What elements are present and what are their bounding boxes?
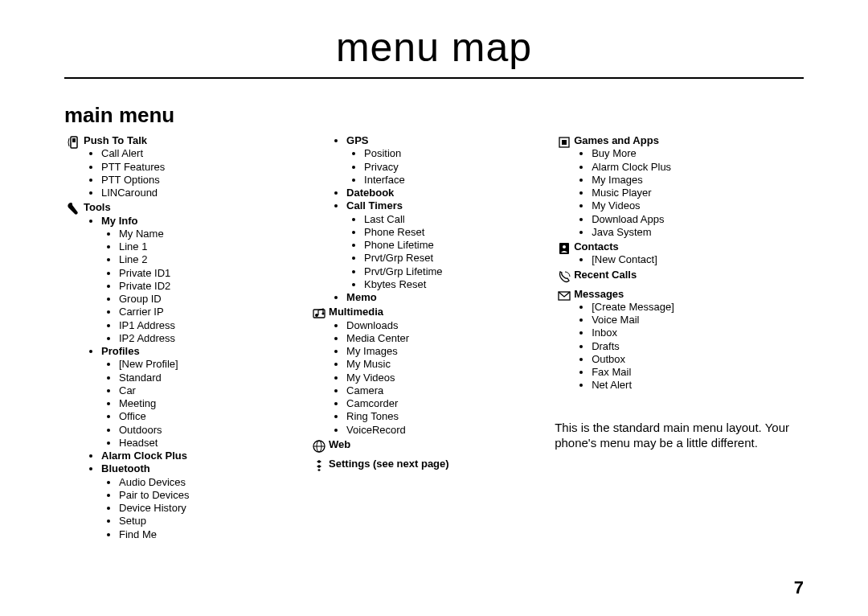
list-item: Bluetooth Audio Devices Pair to Devices … [101,462,301,541]
note-line-2: phone's menu may be a little different. [555,436,758,450]
tools-icon [64,201,84,219]
category-messages: Messages [Create Message] Voice Mail Inb… [555,288,804,392]
gps-label: GPS [346,134,368,146]
settings-label: Settings (see next page) [329,458,547,470]
section-heading: main menu [64,103,804,128]
list-item: GPS Position Privacy Interface [346,134,547,187]
category-tools-continued: GPS Position Privacy Interface Datebook … [309,134,547,304]
category-tools: Tools My Info My Name Line 1 Line 2 Priv… [64,201,301,541]
list-item: Find Me [119,528,301,541]
multimedia-icon [309,306,329,323]
list-item: Device History [119,502,301,515]
list-item: Memo [346,291,547,304]
push-to-talk-label: Push To Talk [84,134,301,147]
title-rule [64,77,804,79]
list-item: Datebook [346,187,547,199]
messages-label: Messages [574,288,804,301]
list-item: Net Alert [592,379,804,392]
web-label: Web [329,438,547,451]
contacts-label: Contacts [574,240,804,253]
category-contacts: Contacts [New Contact] [555,240,804,267]
games-apps-label: Games and Apps [574,134,804,147]
list-item: My Videos [346,372,547,384]
spacer-icon [309,134,329,135]
list-item: Last Call [364,213,547,226]
list-item: Carrier IP [119,306,301,318]
list-item: LINCaround [101,187,301,199]
datebook-label: Datebook [346,187,394,199]
svg-point-4 [321,313,324,315]
list-item: Pair to Devices [119,489,301,502]
list-item: Line 1 [119,240,301,253]
list-item: Phone Lifetime [364,239,547,252]
list-item: Fax Mail [592,366,804,379]
list-item: Private ID1 [119,267,301,280]
list-item: Alarm Clock Plus [592,161,804,174]
alarm-clock-plus-label: Alarm Clock Plus [101,450,187,462]
list-item: [Create Message] [592,301,804,314]
recent-calls-icon [555,269,574,286]
list-item: Prvt/Grp Lifetime [364,265,547,278]
list-item: Kbytes Reset [364,278,547,291]
list-item: [New Contact] [592,253,804,266]
list-item: My Videos [592,199,804,212]
category-multimedia: Multimedia Downloads Media Center My Ima… [309,306,547,437]
list-item: Car [119,384,301,397]
list-item: My Images [592,174,804,187]
page-title: menu map [64,24,804,71]
category-web: Web [309,438,547,456]
category-push-to-talk: Push To Talk Call Alert PTT Features PTT… [64,134,301,199]
list-item: Outdoors [119,424,301,437]
page-number: 7 [794,577,804,598]
bluetooth-label: Bluetooth [101,462,150,474]
list-item: Download Apps [592,213,804,226]
list-item: PTT Options [101,174,301,187]
list-item: Prvt/Grp Reset [364,252,547,265]
recent-calls-label: Recent Calls [574,269,804,281]
list-item: My Images [346,345,547,358]
list-item: PTT Features [101,161,301,174]
list-item: Camcorder [346,397,547,410]
list-item: Private ID2 [119,280,301,293]
profiles-label: Profiles [101,345,140,357]
list-item: Alarm Clock Plus [101,450,301,462]
list-item: Inbox [592,326,804,339]
list-item: Call Timers Last Call Phone Reset Phone … [346,199,547,291]
list-item: Media Center [346,332,547,345]
settings-icon [309,458,329,475]
list-item: Audio Devices [119,476,301,489]
category-settings: Settings (see next page) [309,458,547,475]
list-item: Office [119,410,301,423]
my-info-label: My Info [101,215,138,227]
list-item: Headset [119,437,301,450]
list-item: Call Alert [101,147,301,160]
list-item: Outbox [592,353,804,366]
list-item: Phone Reset [364,226,547,239]
games-apps-icon [555,134,574,152]
category-games-apps: Games and Apps Buy More Alarm Clock Plus… [555,134,804,239]
list-item: My Music [346,358,547,371]
footer-note: This is the standard main menu layout. Y… [555,420,804,451]
svg-rect-9 [562,140,567,145]
list-item: Music Player [592,187,804,199]
call-timers-label: Call Timers [346,199,403,211]
note-line-1: This is the standard main menu layout. Y… [555,421,789,434]
list-item: My Info My Name Line 1 Line 2 Private ID… [101,215,301,346]
multimedia-label: Multimedia [329,306,547,318]
column-1: Push To Talk Call Alert PTT Features PTT… [64,133,301,541]
list-item: IP1 Address [119,319,301,332]
list-item: Meeting [119,397,301,410]
list-item: Camera [346,384,547,397]
push-to-talk-icon [64,134,84,152]
list-item: Profiles [New Profile] Standard Car Meet… [101,345,301,450]
messages-icon [555,288,574,306]
contacts-icon [555,240,574,258]
list-item: Interface [364,174,547,187]
list-item: Standard [119,372,301,384]
svg-point-3 [315,314,318,317]
page: menu map main menu Push To Talk Call Ale… [0,0,868,616]
column-3: Games and Apps Buy More Alarm Clock Plus… [555,133,804,451]
list-item: Buy More [592,147,804,160]
svg-rect-1 [72,138,76,142]
list-item: [New Profile] [119,358,301,371]
